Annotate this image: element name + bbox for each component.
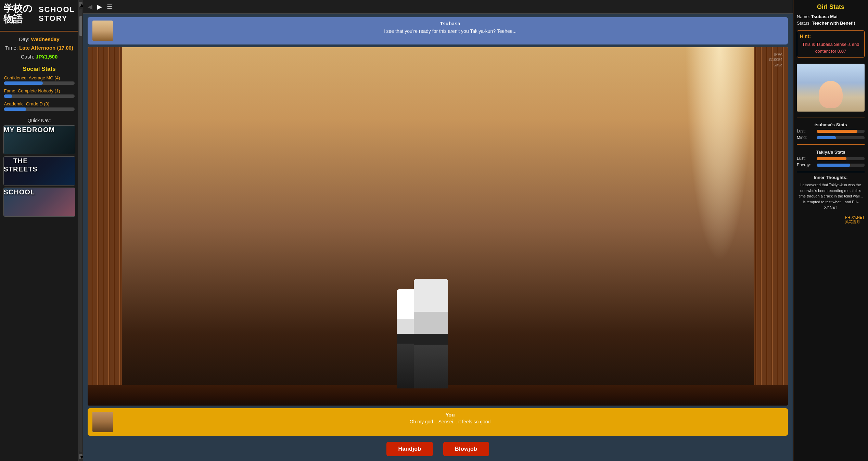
right-sidebar: Girl Stats Name: Tsubasa Mai Status: Tea… — [793, 0, 868, 461]
fame-bar-fill — [4, 94, 12, 98]
takiya-energy-label: Energy: — [797, 163, 815, 167]
tsubasa-lust-row: Lust: — [797, 129, 865, 133]
nav-bedroom-label: MY BEDROOM — [4, 126, 55, 134]
main-content-area: ◀ ▶ ☰ Tsubasa I see that you're ready fo… — [83, 0, 793, 461]
bookshelf-left — [88, 47, 122, 406]
inner-thoughts-title: Inner Thoughts: — [797, 175, 865, 180]
video-area: IPPA G10054 S&ve — [88, 47, 788, 406]
bookshelf-right — [754, 47, 788, 406]
tsubasa-stats-title: tsubasa's Stats — [797, 122, 865, 127]
cash-value: JP¥1,500 — [36, 54, 58, 60]
dialog-bottom-content: You Oh my god... Sensei... it feels so g… — [117, 412, 783, 424]
handjob-button[interactable]: Handjob — [386, 442, 433, 456]
confidence-bar-bg — [4, 81, 74, 85]
day-value: Wednesday — [31, 36, 59, 42]
fame-stat: Fame: Complete Nobody (1) — [4, 88, 74, 98]
takiya-lust-row: Lust: — [797, 156, 865, 161]
logo-school: SCHOOL — [39, 5, 75, 14]
academic-bar-bg — [4, 107, 74, 111]
scroll-track — [79, 9, 82, 452]
forward-button[interactable]: ▶ — [97, 3, 102, 11]
blowjob-button[interactable]: Blowjob — [443, 442, 489, 456]
bottom-watermark-area: PH-XY.NET 风花雪月 — [797, 213, 865, 225]
dialog-bottom: You Oh my god... Sensei... it feels so g… — [88, 408, 788, 436]
tsubasa-lust-bar-fill — [817, 130, 857, 133]
nav-streets-label: THESTREETS — [4, 157, 38, 173]
scroll-thumb[interactable] — [79, 16, 82, 36]
takiya-lust-bar-bg — [817, 157, 865, 160]
day-info: Day: Wednesday — [0, 35, 78, 44]
watermark: IPPA G10054 S&ve — [769, 52, 782, 68]
dialog-bottom-text: Oh my god... Sensei... it feels so good — [117, 419, 783, 424]
academic-stat: Academic: Grade D (3) — [4, 101, 74, 111]
takiya-stats-title: Takiya's Stats — [797, 150, 865, 155]
confidence-stat: Confidence: Average MC (4) — [4, 75, 74, 85]
takiya-lust-bar-fill — [817, 157, 846, 160]
confidence-label: Confidence: Average MC (4) — [4, 75, 74, 80]
takiya-lust-label: Lust: — [797, 156, 815, 161]
back-button[interactable]: ◀ — [88, 3, 92, 11]
divider-1 — [797, 117, 865, 117]
nav-school[interactable]: SCHOOL — [3, 188, 75, 217]
tsubasa-avatar-placeholder — [92, 21, 113, 41]
girl-status-value: Teacher with Benefit — [812, 21, 855, 26]
divider-2 — [797, 144, 865, 145]
tsubasa-portrait-placeholder — [797, 64, 865, 112]
dialog-top: Tsubasa I see that you're ready for this… — [88, 17, 788, 44]
nav-bedroom[interactable]: MY BEDROOM — [3, 125, 75, 154]
window-light — [685, 47, 754, 262]
tsubasa-mind-row: Mind: — [797, 135, 865, 140]
sidebar-scrollbar[interactable]: ▲ ▼ — [79, 0, 83, 461]
time-value: Late Afternoon (17.00) — [19, 45, 73, 51]
academic-label: Academic: Grade D (3) — [4, 101, 74, 106]
fame-bar-bg — [4, 94, 74, 98]
hint-section: Hint: This is Tsubasa Sensei's end conte… — [797, 30, 865, 57]
cash-info: Cash: JP¥1,500 — [0, 52, 78, 61]
nav-school-label: SCHOOL — [4, 188, 35, 196]
you-avatar — [92, 412, 113, 432]
nav-streets[interactable]: THESTREETS — [3, 156, 75, 185]
logo-area: 学校の物語 SCHOOL STORY — [0, 3, 78, 25]
academic-bar-fill — [4, 107, 26, 111]
logo-divider — [0, 31, 78, 31]
hint-text: This is Tsubasa Sensei's end content for… — [800, 41, 861, 54]
dialog-bottom-speaker: You — [117, 412, 783, 418]
tsubasa-lust-label: Lust: — [797, 129, 815, 133]
video-placeholder: IPPA G10054 S&ve — [88, 47, 788, 406]
tsubasa-portrait — [797, 64, 865, 112]
takiya-energy-bar-bg — [817, 164, 865, 167]
scroll-down-btn[interactable]: ▼ — [79, 454, 82, 459]
divider-3 — [797, 172, 865, 172]
you-avatar-placeholder — [92, 412, 113, 432]
logo-kanji: 学校の物語 — [3, 3, 36, 25]
tsubasa-face — [819, 81, 843, 108]
takiya-energy-row: Energy: — [797, 163, 865, 167]
tsubasa-mind-label: Mind: — [797, 135, 815, 140]
logo-story: STORY — [39, 14, 75, 23]
figure-male — [414, 279, 448, 388]
left-sidebar: 学校の物語 SCHOOL STORY Day: Wednesday Time: … — [0, 0, 79, 461]
tsubasa-lust-bar-bg — [817, 130, 865, 133]
scroll-up-btn[interactable]: ▲ — [79, 2, 82, 7]
tsubasa-mind-bar-fill — [817, 136, 836, 139]
dialog-top-content: Tsubasa I see that you're ready for this… — [117, 21, 783, 35]
hint-title: Hint: — [800, 34, 861, 39]
girl-name-row: Name: Tsubasa Mai — [797, 14, 865, 19]
girl-status-row: Status: Teacher with Benefit — [797, 21, 865, 26]
player-info-block: Day: Wednesday Time: Late Afternoon (17.… — [0, 35, 78, 61]
menu-button[interactable]: ☰ — [107, 3, 112, 11]
logo-text: SCHOOL STORY — [39, 5, 75, 23]
time-info: Time: Late Afternoon (17.00) — [0, 43, 78, 52]
dialog-top-speaker: Tsubasa — [117, 21, 783, 26]
inner-thoughts-text: I discovered that Takiya-kun was the one… — [797, 182, 865, 210]
site-badge: PH-XY.NET 风花雪月 — [845, 215, 865, 225]
dialog-top-text: I see that you're ready for this aren't … — [117, 28, 783, 35]
takiya-energy-bar-fill — [817, 164, 850, 167]
social-stats-title: Social Stats — [23, 66, 55, 73]
girl-name-value: Tsubasa Mai — [811, 14, 838, 19]
fame-label: Fame: Complete Nobody (1) — [4, 88, 74, 93]
tsubasa-mind-bar-bg — [817, 136, 865, 139]
girl-stats-title: Girl Stats — [797, 3, 865, 11]
figure-pair — [386, 272, 489, 388]
quick-nav-title: Quick Nav: — [27, 118, 51, 123]
